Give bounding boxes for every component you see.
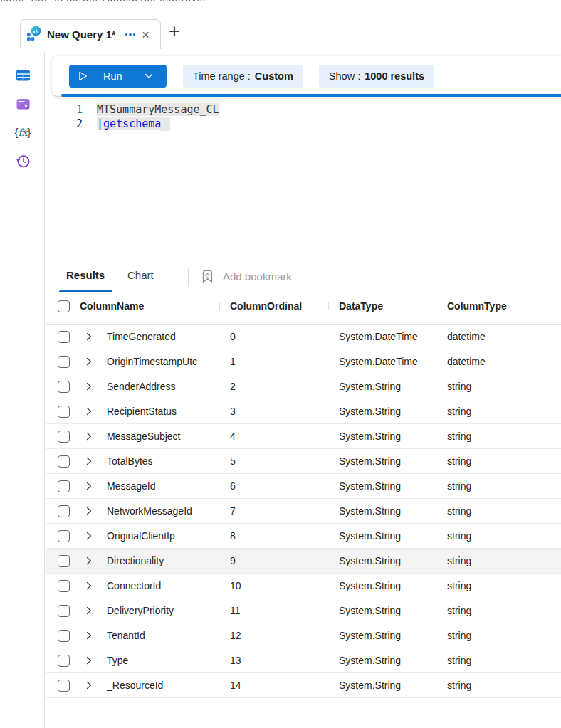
row-checkbox[interactable] <box>58 480 70 492</box>
table-row[interactable]: MessageSubject 4 System.String string <box>46 424 561 449</box>
time-range-pill[interactable]: Time range : Custom <box>183 65 303 88</box>
functions-fx-icon[interactable]: {fx} <box>14 124 31 141</box>
row-expand-chevron-icon[interactable] <box>77 332 101 341</box>
row-checkbox[interactable] <box>58 630 70 642</box>
kql-query-icon <box>26 26 42 44</box>
results-table-header: ColumnName ColumnOrdinal DataType Column… <box>46 296 561 325</box>
table-row[interactable]: Directionality 9 System.String string <box>46 549 561 574</box>
table-row[interactable]: OriginTimestampUtc 1 System.DateTime dat… <box>46 349 561 374</box>
cell-ordinal: 10 <box>219 580 328 591</box>
header-datatype[interactable]: DataType <box>328 296 436 316</box>
row-expand-chevron-icon[interactable] <box>77 507 101 515</box>
time-range-label: Time range : <box>193 70 251 82</box>
row-expand-chevron-icon[interactable] <box>77 681 101 690</box>
cell-ordinal: 4 <box>219 431 328 442</box>
row-expand-chevron-icon[interactable] <box>77 432 101 441</box>
table-row[interactable]: MessageId 6 System.String string <box>46 474 561 499</box>
row-checkbox[interactable] <box>58 530 70 542</box>
cell-datatype: System.DateTime <box>328 331 436 342</box>
new-tab-button[interactable]: + <box>169 21 180 43</box>
table-row[interactable]: TenantId 12 System.String string <box>46 623 561 648</box>
add-bookmark-button[interactable]: Add bookmark <box>201 270 292 283</box>
row-checkbox[interactable] <box>58 655 70 667</box>
row-checkbox[interactable] <box>58 406 70 418</box>
getschema-operator-token[interactable]: getschema <box>103 117 161 130</box>
cell-ordinal: 2 <box>219 381 328 392</box>
pipe-token[interactable]: | <box>97 117 103 130</box>
table-row[interactable]: ConnectorId 10 System.String string <box>46 574 561 598</box>
row-expand-chevron-icon[interactable] <box>77 382 101 391</box>
table-row[interactable]: DeliveryPriority 11 System.String string <box>46 598 561 623</box>
tables-icon[interactable] <box>14 67 31 84</box>
cell-ordinal: 9 <box>219 555 328 566</box>
header-columnname[interactable]: ColumnName <box>77 300 219 312</box>
cell-datatype: System.String <box>328 655 436 666</box>
row-expand-chevron-icon[interactable] <box>77 581 101 590</box>
table-row[interactable]: NetworkMessageId 7 System.String string <box>46 499 561 524</box>
run-dropdown-chevron-icon[interactable] <box>145 73 153 79</box>
row-checkbox[interactable] <box>58 356 70 368</box>
table-row[interactable]: TimeGenerated 0 System.DateTime datetime <box>46 325 561 349</box>
cell-name: MessageSubject <box>101 431 219 442</box>
cell-datatype: System.String <box>328 530 436 542</box>
main-panel: Run Time range : Custom Show : 1000 resu… <box>44 53 561 728</box>
cell-datatype: System.String <box>328 480 436 492</box>
cell-name: MessageId <box>101 480 219 492</box>
row-checkbox[interactable] <box>58 505 70 517</box>
row-expand-chevron-icon[interactable] <box>77 482 101 490</box>
table-row[interactable]: TotalBytes 5 System.String string <box>46 449 561 474</box>
editor-line-2[interactable]: 2 |getschema <box>46 117 561 131</box>
cell-name: Directionality <box>101 555 219 566</box>
row-expand-chevron-icon[interactable] <box>77 656 101 665</box>
cell-datatype: System.String <box>328 455 436 467</box>
row-expand-chevron-icon[interactable] <box>77 606 101 615</box>
tab-more-options-icon[interactable] <box>125 33 136 36</box>
tab-chart[interactable]: Chart <box>127 269 154 281</box>
table-row[interactable]: RecipientStatus 3 System.String string <box>46 399 561 424</box>
row-checkbox[interactable] <box>58 331 70 343</box>
tab-results[interactable]: Results <box>66 269 105 281</box>
select-all-checkbox[interactable] <box>58 300 70 312</box>
cell-datatype: System.String <box>328 605 436 616</box>
table-row[interactable]: Type 13 System.String string <box>46 648 561 673</box>
cell-name: OriginalClientIp <box>101 530 219 542</box>
results-panel: Results Chart Add bookmark ColumnName Co… <box>46 260 561 728</box>
header-columnordinal[interactable]: ColumnOrdinal <box>219 296 328 316</box>
row-expand-chevron-icon[interactable] <box>77 532 101 540</box>
tab-close-icon[interactable]: × <box>140 28 151 41</box>
row-checkbox[interactable] <box>58 605 70 617</box>
row-expand-chevron-icon[interactable] <box>77 631 101 640</box>
row-checkbox[interactable] <box>58 431 70 443</box>
table-name-token[interactable]: MTSummaryMessage_CL <box>97 103 219 116</box>
query-toolbar: Run Time range : Custom Show : 1000 resu… <box>52 56 561 96</box>
row-checkbox[interactable] <box>58 555 70 567</box>
table-row[interactable]: OriginalClientIp 8 System.String string <box>46 524 561 549</box>
cell-columntype: string <box>436 605 561 616</box>
run-button[interactable]: Run <box>69 65 167 88</box>
run-label: Run <box>103 70 122 82</box>
cell-name: NetworkMessageId <box>101 505 219 517</box>
show-results-pill[interactable]: Show : 1000 results <box>319 65 434 88</box>
row-expand-chevron-icon[interactable] <box>77 357 101 366</box>
table-row[interactable]: _ResourceId 14 System.String string <box>46 673 561 698</box>
table-row[interactable]: SenderAddress 2 System.String string <box>46 374 561 399</box>
row-expand-chevron-icon[interactable] <box>77 556 101 565</box>
cell-name: RecipientStatus <box>101 406 219 417</box>
row-checkbox[interactable] <box>58 381 70 393</box>
cell-columntype: string <box>436 655 561 666</box>
query-editor[interactable]: 1 MTSummaryMessage_CL 2 |getschema <box>46 97 561 260</box>
cell-datatype: System.String <box>328 505 436 517</box>
results-table-body: TimeGenerated 0 System.DateTime datetime… <box>46 325 561 698</box>
header-columntype[interactable]: ColumnType <box>436 296 561 316</box>
editor-line-1[interactable]: 1 MTSummaryMessage_CL <box>46 102 561 117</box>
row-checkbox[interactable] <box>58 580 70 592</box>
cell-datatype: System.String <box>328 555 436 566</box>
cell-columntype: string <box>436 580 561 591</box>
query-history-icon[interactable] <box>14 152 31 169</box>
row-checkbox[interactable] <box>58 455 70 468</box>
row-expand-chevron-icon[interactable] <box>77 407 101 416</box>
row-checkbox[interactable] <box>58 680 70 692</box>
saved-queries-icon[interactable] <box>14 95 31 112</box>
row-expand-chevron-icon[interactable] <box>77 457 101 465</box>
query-tab[interactable]: New Query 1* × <box>20 19 161 49</box>
